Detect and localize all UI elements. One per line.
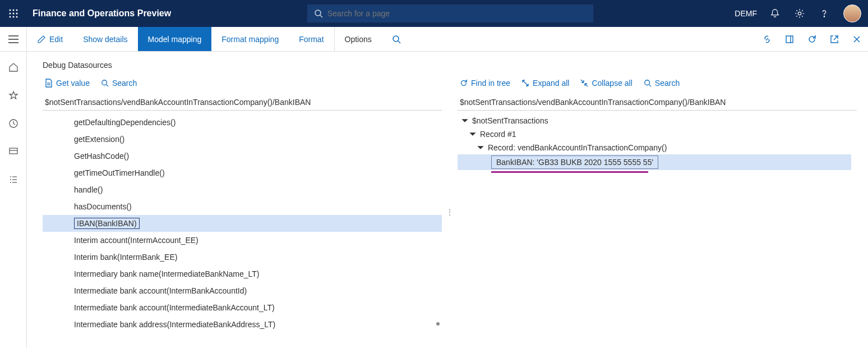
clock-icon[interactable] <box>0 115 27 132</box>
page-actions: Edit Show details Model mapping Format m… <box>27 27 411 51</box>
panes: Get value Search $notSentTransactions/ve… <box>43 76 857 348</box>
edit-label: Edit <box>49 35 63 44</box>
left-tree: getDefaultingDependencies()getExtension(… <box>43 111 442 348</box>
expand-all-button[interactable]: Expand all <box>521 79 569 88</box>
home-icon[interactable] <box>0 58 27 76</box>
show-details-button[interactable]: Show details <box>73 27 137 51</box>
page-right-icons <box>756 27 868 51</box>
right-path: $notSentTransactions/vendBankAccountInTr… <box>458 94 857 111</box>
svg-line-36 <box>649 85 651 87</box>
caret-down-icon <box>477 144 484 152</box>
pencil-icon <box>37 35 46 44</box>
tree-node-root[interactable]: $notSentTransactions <box>458 114 857 127</box>
get-value-button[interactable]: Get value <box>45 79 90 88</box>
svg-point-9 <box>315 10 321 16</box>
find-in-tree-button[interactable]: Find in tree <box>460 79 510 88</box>
content: Debug Datasources Get value Search $notS… <box>27 52 868 348</box>
svg-point-33 <box>102 80 107 85</box>
search-icon <box>644 79 652 87</box>
svg-point-2 <box>16 10 18 11</box>
svg-point-7 <box>13 16 15 18</box>
svg-point-6 <box>10 16 11 18</box>
left-pane: Get value Search $notSentTransactions/ve… <box>43 76 442 348</box>
search-wrap <box>171 4 729 22</box>
workspace-icon[interactable] <box>0 143 27 161</box>
tree-row[interactable]: getTimeOutTimerHandle() <box>43 164 442 181</box>
popout-icon[interactable] <box>823 35 846 44</box>
right-tree: $notSentTransactions Record #1 Record: v… <box>458 111 857 348</box>
caret-down-icon <box>461 117 469 125</box>
format-mapping-tab[interactable]: Format mapping <box>211 27 289 51</box>
tree-node-record1[interactable]: Record #1 <box>458 127 857 141</box>
refresh-icon <box>460 79 468 87</box>
model-mapping-tab[interactable]: Model mapping <box>138 27 212 51</box>
svg-rect-18 <box>786 36 793 43</box>
collapse-all-button[interactable]: Collapse all <box>580 79 632 88</box>
left-path: $notSentTransactions/vendBankAccountInTr… <box>43 94 442 111</box>
hamburger-icon[interactable] <box>0 27 27 51</box>
tree-row[interactable]: Intermediary bank name(IntermediateBankN… <box>43 265 442 282</box>
document-icon <box>45 79 53 88</box>
svg-point-0 <box>10 10 11 11</box>
global-search-input[interactable] <box>327 9 587 18</box>
edit-button[interactable]: Edit <box>27 27 73 51</box>
top-nav: Finance and Operations Preview DEMF <box>0 0 868 27</box>
page-heading: Debug Datasources <box>43 61 857 70</box>
tree-row[interactable]: Intermediate bank address(IntermediateBa… <box>43 316 442 333</box>
tree-row[interactable]: Interim bank(IntermBank_EE) <box>43 249 442 265</box>
svg-point-8 <box>16 16 18 18</box>
right-search-button[interactable]: Search <box>644 79 680 88</box>
left-search-button[interactable]: Search <box>101 79 137 88</box>
format-tab[interactable]: Format <box>289 27 334 51</box>
caret-down-icon <box>469 130 477 138</box>
page-bar: Edit Show details Model mapping Format m… <box>0 27 868 52</box>
options-button[interactable]: Options <box>334 27 382 51</box>
tree-row[interactable]: Intermediate bank account(IntermediateBa… <box>43 299 442 316</box>
help-icon[interactable] <box>812 0 837 27</box>
tree-row[interactable]: Interim account(IntermAccount_EE) <box>43 232 442 249</box>
side-rail <box>0 52 27 348</box>
right-toolbar: Find in tree Expand all Collapse all Sea… <box>458 76 857 94</box>
gear-icon[interactable] <box>787 0 812 27</box>
tree-row[interactable]: getDefaultingDependencies() <box>43 114 442 131</box>
tree-node-bankiban[interactable]: BankIBAN: 'GB33 BUKB 2020 1555 5555 55' <box>458 154 851 170</box>
tree-row[interactable]: hasDocuments() <box>43 198 442 215</box>
tree-row[interactable]: IBAN(BankIBAN) <box>43 215 442 232</box>
svg-line-34 <box>107 85 109 87</box>
tree-row-label: IBAN(BankIBAN) <box>74 218 140 229</box>
close-icon[interactable] <box>846 35 868 44</box>
company-code[interactable]: DEMF <box>729 9 763 18</box>
svg-line-17 <box>398 41 400 43</box>
collapse-icon <box>580 79 588 87</box>
modules-icon[interactable] <box>0 171 27 189</box>
svg-point-1 <box>13 10 15 11</box>
refresh-icon[interactable] <box>801 35 823 44</box>
link-icon[interactable] <box>756 35 778 44</box>
waffle-icon[interactable] <box>0 0 27 27</box>
top-right: DEMF <box>729 0 868 27</box>
svg-point-16 <box>393 36 399 42</box>
expand-icon <box>521 79 529 87</box>
right-pane: Find in tree Expand all Collapse all Sea… <box>458 76 857 348</box>
svg-point-12 <box>824 16 824 17</box>
tree-row[interactable]: handle() <box>43 181 442 198</box>
svg-rect-23 <box>10 148 17 154</box>
svg-point-5 <box>16 13 18 15</box>
tree-row[interactable]: GetHashCode() <box>43 148 442 164</box>
toolbar-search-icon[interactable] <box>382 27 411 51</box>
svg-point-3 <box>10 13 11 15</box>
splitter-handle[interactable]: ⋮ <box>447 76 452 348</box>
svg-point-11 <box>798 12 801 15</box>
svg-point-4 <box>13 13 15 15</box>
search-icon <box>101 79 109 87</box>
tree-row[interactable]: getExtension() <box>43 131 442 148</box>
avatar[interactable] <box>843 4 861 22</box>
tree-row[interactable]: Intermediate bank account(IntermBankAcco… <box>43 282 442 299</box>
tree-node-vendbank[interactable]: Record: vendBankAccountInTransactionComp… <box>458 141 857 154</box>
bell-icon[interactable] <box>763 0 787 27</box>
star-icon[interactable] <box>0 86 27 104</box>
global-search[interactable] <box>307 4 593 22</box>
app-title: Finance and Operations Preview <box>33 8 171 19</box>
highlight-underline <box>491 171 648 173</box>
panel-icon[interactable] <box>778 35 801 44</box>
